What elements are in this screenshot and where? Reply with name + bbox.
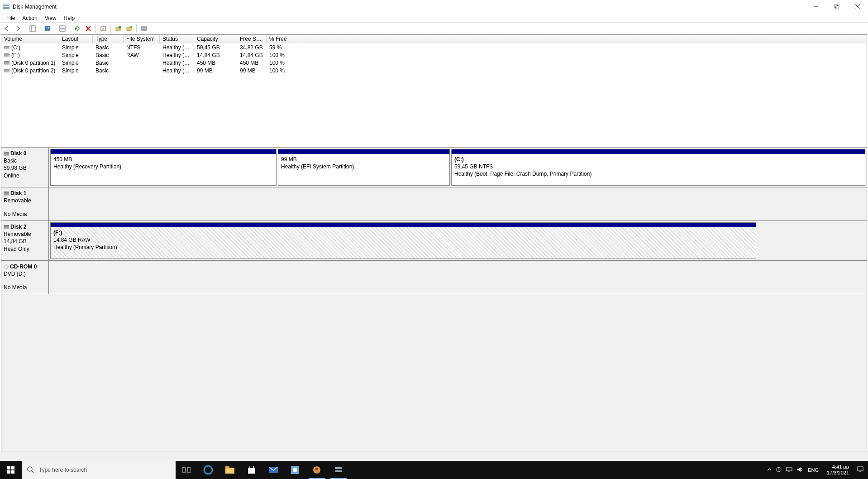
back-button[interactable]	[2, 24, 12, 34]
volume-row[interactable]: (Disk 0 partition 2) Simple Basic Health…	[1, 67, 867, 74]
task-view-button[interactable]	[176, 461, 197, 479]
tray-clock[interactable]: 4:41 μμ 17/3/2021	[823, 464, 853, 476]
volume-status: Healthy (P...	[160, 52, 194, 58]
tray-power-icon[interactable]	[776, 467, 782, 474]
forward-button[interactable]	[13, 24, 23, 34]
volume-icon	[4, 69, 10, 72]
disk-row: Disk 0 Basic 59,98 GB Online 450 MB Heal…	[1, 148, 867, 187]
tray-chevron-icon[interactable]	[767, 467, 772, 473]
disk-row: Disk 2 Removable 14,84 GB Read Only (F:)…	[1, 221, 867, 261]
volume-fs: NTFS	[124, 44, 160, 51]
toolbar: ?	[0, 23, 868, 34]
col-header-freespace[interactable]: Free Spa...	[237, 35, 267, 43]
col-header-filesystem[interactable]: File System	[124, 35, 160, 43]
disk-size: 14,84 GB	[4, 238, 46, 245]
disk-label[interactable]: Disk 0 Basic 59,98 GB Online	[1, 148, 49, 187]
tray-volume-icon[interactable]	[797, 467, 803, 474]
svg-rect-24	[11, 470, 14, 474]
refresh-icon[interactable]	[72, 24, 82, 34]
menu-help[interactable]: Help	[60, 14, 79, 22]
volume-layout: Simple	[59, 44, 93, 51]
menu-view[interactable]: View	[41, 14, 60, 22]
col-header-status[interactable]: Status	[160, 35, 194, 43]
disk-label[interactable]: CD-ROM 0 DVD (D:) No Media	[1, 261, 49, 294]
minimize-button[interactable]	[806, 0, 826, 14]
search-placeholder: Type here to search	[39, 467, 87, 473]
svg-rect-23	[7, 470, 10, 474]
svg-rect-19	[141, 27, 147, 28]
tray-language[interactable]: ENG	[808, 467, 819, 473]
disk-type: Basic	[4, 157, 46, 164]
search-icon	[27, 466, 34, 474]
volume-status: Healthy (R...	[160, 60, 194, 66]
close-button[interactable]	[847, 0, 868, 14]
properties-icon[interactable]	[98, 24, 108, 34]
tray-network-icon[interactable]	[786, 467, 792, 474]
volume-row[interactable]: (F:) Simple Basic RAW Healthy (P... 14,8…	[1, 51, 867, 59]
taskbar-app-mail[interactable]	[262, 461, 284, 479]
volume-pct: 100 %	[267, 67, 298, 74]
taskbar-search[interactable]: Type here to search	[22, 461, 176, 479]
volume-layout: Simple	[59, 67, 93, 74]
col-header-layout[interactable]: Layout	[59, 35, 93, 43]
volume-row[interactable]: (Disk 0 partition 1) Simple Basic Health…	[1, 59, 867, 67]
tray-action-center-icon[interactable]	[857, 466, 867, 474]
volume-status: Healthy (E...	[160, 67, 194, 74]
rescan-disks-icon[interactable]	[139, 24, 149, 34]
partition[interactable]: (C:) 59,45 GB NTFS Healthy (Boot, Page F…	[451, 149, 865, 186]
titlebar: Disk Management	[0, 0, 868, 14]
new-volume-icon[interactable]	[113, 24, 123, 34]
partition[interactable]: (F:) 14,84 GB RAW Healthy (Primary Parti…	[50, 222, 756, 259]
svg-rect-0	[3, 5, 10, 6]
show-hide-console-tree-icon[interactable]	[28, 24, 38, 34]
settings-top-bottom-icon[interactable]	[57, 24, 67, 34]
partition-size: 450 MB	[53, 156, 273, 163]
start-button[interactable]	[0, 461, 22, 479]
taskbar-app-store[interactable]	[241, 461, 262, 479]
disk-label[interactable]: Disk 2 Removable 14,84 GB Read Only	[1, 221, 49, 260]
content-area: Volume Layout Type File System Status Ca…	[1, 34, 867, 462]
svg-rect-4	[836, 6, 839, 9]
extend-volume-icon[interactable]	[124, 24, 134, 34]
svg-rect-18	[127, 27, 131, 31]
taskbar-app-generic1[interactable]	[284, 461, 306, 479]
help-icon[interactable]: ?	[43, 24, 52, 34]
svg-rect-28	[187, 468, 191, 472]
volume-fs: RAW	[124, 52, 160, 58]
volume-row[interactable]: (C:) Simple Basic NTFS Healthy (B... 59,…	[1, 43, 867, 51]
svg-rect-32	[248, 468, 255, 474]
maximize-button[interactable]	[826, 0, 847, 14]
menu-file[interactable]: File	[3, 14, 19, 22]
partition[interactable]: 99 MB Healthy (EFI System Partition)	[278, 149, 450, 186]
volume-icon	[4, 53, 10, 57]
disk-name: Disk 0	[10, 150, 26, 157]
volumes-header-row: Volume Layout Type File System Status Ca…	[1, 35, 867, 43]
col-header-type[interactable]: Type	[93, 35, 124, 43]
col-header-volume[interactable]: Volume	[1, 35, 59, 43]
menu-action[interactable]: Action	[19, 14, 41, 22]
volume-capacity: 59,45 GB	[194, 44, 237, 51]
partition[interactable]: 450 MB Healthy (Recovery Partition)	[50, 149, 277, 186]
disk-label[interactable]: Disk 1 Removable No Media	[1, 187, 49, 220]
partition-letter: (F:)	[53, 229, 753, 236]
delete-icon[interactable]	[83, 24, 93, 34]
taskbar-app-generic2[interactable]	[306, 461, 328, 479]
disk-name: CD-ROM 0	[10, 263, 37, 270]
svg-rect-7	[30, 26, 35, 31]
volume-layout: Simple	[59, 60, 93, 66]
partition-bar	[51, 149, 276, 154]
volume-name: (C:)	[11, 44, 20, 51]
col-header-pctfree[interactable]: % Free	[267, 35, 298, 43]
svg-rect-15	[101, 26, 105, 31]
volume-icon	[4, 46, 10, 49]
volume-free: 99 MB	[237, 67, 267, 74]
partition-size: 14,84 GB RAW	[53, 236, 753, 244]
col-header-capacity[interactable]: Capacity	[194, 35, 237, 43]
taskbar-app-edge[interactable]	[197, 461, 219, 479]
col-header-spacer	[298, 35, 867, 43]
taskbar-app-explorer[interactable]	[219, 461, 241, 479]
taskbar-app-disk-management[interactable]	[328, 461, 349, 479]
volumes-pane: Volume Layout Type File System Status Ca…	[1, 35, 867, 147]
partition-letter: (C:)	[454, 156, 862, 163]
partition-size: 59,45 GB NTFS	[454, 163, 862, 170]
